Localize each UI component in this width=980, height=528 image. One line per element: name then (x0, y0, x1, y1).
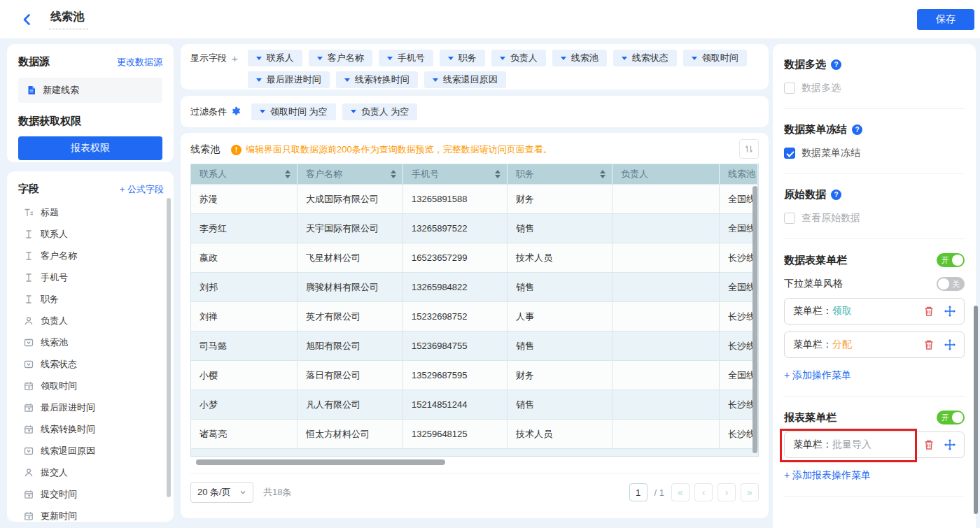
first-page-button[interactable]: « (671, 483, 690, 501)
field-chip[interactable]: 职务 (440, 50, 485, 66)
field-label: 线索退回原因 (41, 445, 95, 457)
field-item[interactable]: 标题 (18, 201, 164, 223)
field-item[interactable]: 负责人 (18, 310, 164, 331)
field-item[interactable]: 领取时间 (18, 375, 164, 397)
move-icon[interactable] (944, 306, 955, 317)
save-button[interactable]: 保存 (917, 9, 974, 30)
table-row: 诸葛亮恒太方材料公司13259648125技术人员长沙线索 (191, 419, 758, 448)
help-icon[interactable]: ? (831, 190, 841, 200)
field-item[interactable]: 提交人 (18, 462, 164, 483)
sort-order-button[interactable] (739, 139, 759, 159)
field-label: 提交人 (41, 466, 68, 479)
field-item[interactable]: 线索退回原因 (18, 440, 164, 462)
field-chip[interactable]: 线索状态 (613, 50, 677, 66)
text-icon (24, 251, 34, 261)
topbar: 线索池 保存 (0, 0, 980, 39)
field-chip[interactable]: 联系人 (248, 50, 302, 66)
add-report-menu-link[interactable]: + 添加报表操作菜单 (784, 469, 965, 482)
field-item[interactable]: 线索转换时间 (18, 418, 164, 440)
field-label: 领取时间 (41, 380, 77, 392)
field-item[interactable]: 客户名称 (18, 245, 164, 266)
column-header[interactable]: 负责人 (612, 164, 720, 184)
field-chip[interactable]: 手机号 (379, 50, 433, 66)
field-item[interactable]: 手机号 (18, 266, 164, 288)
datasource-item-label: 新建线索 (43, 84, 79, 97)
field-item[interactable]: 线索池 (18, 331, 164, 353)
column-header[interactable]: 客户名称 (298, 164, 403, 184)
next-page-button[interactable]: › (718, 483, 736, 501)
change-datasource-link[interactable]: 更改数据源 (117, 56, 162, 69)
formula-field-link[interactable]: + 公式字段 (120, 183, 164, 196)
settings-scrollbar[interactable] (974, 306, 978, 514)
column-header[interactable]: 线索池 (720, 164, 758, 184)
trash-icon[interactable] (923, 306, 934, 317)
add-menu-link[interactable]: + 添加操作菜单 (784, 369, 965, 382)
column-header[interactable]: 职务 (507, 164, 612, 184)
last-page-button[interactable]: » (741, 483, 759, 501)
help-icon[interactable]: ? (852, 124, 862, 135)
field-item[interactable]: 更新时间 (18, 505, 164, 527)
column-header[interactable]: 联系人 (191, 164, 298, 184)
filter-panel: 过滤条件 领取时间 为空 负责人 为空 (181, 96, 769, 127)
multi-select-checkbox[interactable]: 数据多选 (784, 82, 965, 94)
field-chip[interactable]: 线索池 (552, 50, 607, 66)
menu-freeze-checkbox[interactable]: 数据菜单冻结 (784, 147, 965, 159)
field-label: 联系人 (41, 228, 68, 241)
trash-icon[interactable] (923, 439, 934, 450)
preview-table: 联系人 客户名称 手机号 职务 负责人 线索池 苏漫大成国际有限公司132658… (190, 164, 759, 457)
datasource-item[interactable]: 新建线索 (18, 78, 162, 103)
add-display-field-button[interactable]: + (232, 52, 238, 64)
table-header-row: 联系人 客户名称 手机号 职务 负责人 线索池 (191, 164, 758, 184)
multi-select-heading: 数据多选 (784, 58, 826, 71)
field-chip[interactable]: 客户名称 (309, 50, 372, 66)
display-fields-panel: 显示字段 + 联系人 客户名称 手机号 职务 负责人 线索池 线索状态 领取时间… (181, 44, 769, 90)
fields-scrollbar[interactable] (167, 198, 171, 497)
field-item[interactable]: 最后跟进时间 (18, 397, 164, 418)
caret-down-icon (561, 57, 566, 60)
checkbox-checked-icon (784, 148, 795, 159)
field-item[interactable]: 职务 (18, 288, 164, 310)
page-title[interactable]: 线索池 (49, 10, 88, 29)
raw-data-checkbox[interactable]: 查看原始数据 (784, 212, 965, 224)
calendar-icon (24, 403, 34, 413)
move-icon[interactable] (944, 339, 955, 350)
permission-heading: 数据获取权限 (18, 115, 162, 128)
help-icon[interactable]: ? (831, 59, 841, 70)
table-horizontal-scrollbar[interactable] (196, 459, 445, 465)
menu-item-claim[interactable]: 菜单栏：领取 (784, 298, 965, 324)
move-icon[interactable] (944, 439, 955, 450)
menu-freeze-heading: 数据菜单冻结 (784, 123, 847, 136)
field-chip[interactable]: 线索转换时间 (336, 71, 418, 88)
caret-down-icon (448, 57, 454, 60)
field-item[interactable]: 提交时间 (18, 483, 164, 505)
caret-down-icon (317, 57, 323, 60)
dropdown-style-toggle[interactable]: 关 (937, 277, 965, 291)
field-chip[interactable]: 负责人 (491, 50, 546, 66)
column-header[interactable]: 手机号 (403, 164, 507, 184)
field-item[interactable]: 联系人 (18, 223, 164, 245)
table-vertical-scrollbar[interactable] (752, 186, 757, 453)
settings-panel: 数据多选 ? 数据多选 数据菜单冻结 ? 数据菜单冻结 原始数据 ? (773, 44, 976, 528)
prev-page-button[interactable]: ‹ (694, 483, 713, 501)
menu-item-batch-import[interactable]: 菜单栏：批量导入 (784, 431, 965, 458)
table-menubar-toggle[interactable]: 开 (937, 253, 965, 267)
field-chip[interactable]: 领取时间 (683, 50, 747, 66)
filter-chip[interactable]: 领取时间 为空 (251, 104, 336, 120)
field-chip[interactable]: 最后跟进时间 (248, 71, 330, 88)
raw-data-heading: 原始数据 (784, 188, 826, 201)
person-icon (24, 468, 34, 478)
toggle-knob (952, 412, 963, 423)
report-permission-button[interactable]: 报表权限 (18, 136, 162, 160)
field-label: 更新时间 (41, 510, 77, 522)
trash-icon[interactable] (923, 339, 934, 350)
menu-item-assign[interactable]: 菜单栏：分配 (784, 331, 965, 358)
calendar-icon (24, 424, 34, 434)
field-chip[interactable]: 线索退回原因 (424, 71, 506, 88)
field-item[interactable]: 线索状态 (18, 353, 164, 375)
report-menubar-toggle[interactable]: 开 (937, 411, 965, 424)
back-icon[interactable] (21, 13, 34, 26)
page-size-select[interactable]: 20 条/页 (190, 482, 253, 503)
filter-chip[interactable]: 负责人 为空 (342, 104, 418, 120)
gear-icon[interactable] (231, 106, 241, 117)
page-number-input[interactable]: 1 (629, 483, 648, 501)
